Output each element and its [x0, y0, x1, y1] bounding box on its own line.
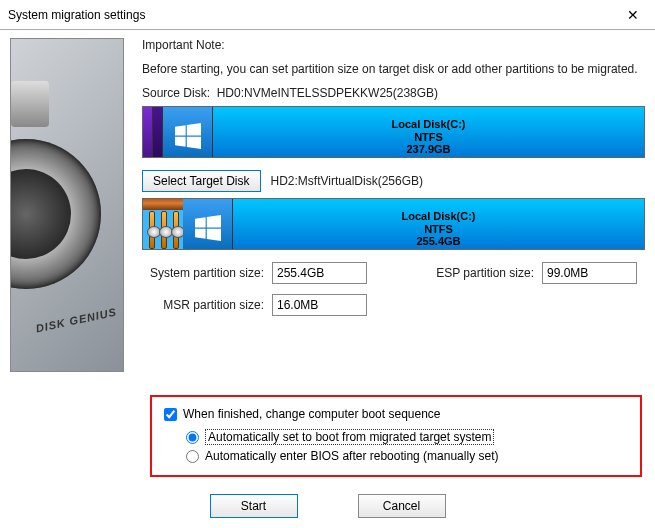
boot-auto-radio[interactable]	[186, 431, 199, 444]
cancel-button[interactable]: Cancel	[358, 494, 446, 518]
msr-size-input[interactable]	[272, 294, 367, 316]
source-windows-icon	[163, 107, 213, 157]
system-size-label: System partition size:	[142, 266, 272, 280]
target-disk-bar: Local Disk(C:) NTFS 255.4GB	[142, 198, 645, 250]
source-disk-line: Source Disk: HD0:NVMeINTELSSDPEKKW25(238…	[142, 86, 645, 100]
start-button[interactable]: Start	[210, 494, 298, 518]
boot-bios-radio[interactable]	[186, 450, 199, 463]
source-msr-segment	[153, 107, 163, 157]
important-note-body: Before starting, you can set partition s…	[142, 62, 645, 76]
target-windows-icon	[183, 199, 233, 249]
resize-handle-icon[interactable]	[161, 211, 167, 249]
close-icon[interactable]: ✕	[610, 7, 655, 23]
source-esp-segment	[143, 107, 153, 157]
target-disk-value: HD2:MsftVirtualDisk(256GB)	[271, 174, 423, 188]
source-disk-bar: Local Disk(C:) NTFS 237.9GB	[142, 106, 645, 158]
sidebar-image: DISK GENIUS	[10, 38, 124, 372]
select-target-disk-button[interactable]: Select Target Disk	[142, 170, 261, 192]
boot-auto-label: Automatically set to boot from migrated …	[205, 429, 494, 445]
esp-size-input[interactable]	[542, 262, 637, 284]
important-note-title: Important Note:	[142, 38, 645, 52]
esp-size-label: ESP partition size:	[432, 266, 542, 280]
brand-label: DISK GENIUS	[35, 306, 118, 335]
target-main-partition: Local Disk(C:) NTFS 255.4GB	[233, 199, 644, 249]
resize-handle-icon[interactable]	[149, 211, 155, 249]
title-bar: System migration settings ✕	[0, 0, 655, 30]
window-title: System migration settings	[8, 8, 145, 22]
system-size-input[interactable]	[272, 262, 367, 284]
boot-options-box: When finished, change computer boot sequ…	[150, 395, 642, 477]
source-main-partition: Local Disk(C:) NTFS 237.9GB	[213, 107, 644, 157]
change-boot-checkbox[interactable]	[164, 408, 177, 421]
change-boot-label: When finished, change computer boot sequ…	[183, 407, 441, 421]
msr-size-label: MSR partition size:	[142, 298, 272, 312]
boot-bios-label: Automatically enter BIOS after rebooting…	[205, 449, 498, 463]
resize-handle-icon[interactable]	[173, 211, 179, 249]
